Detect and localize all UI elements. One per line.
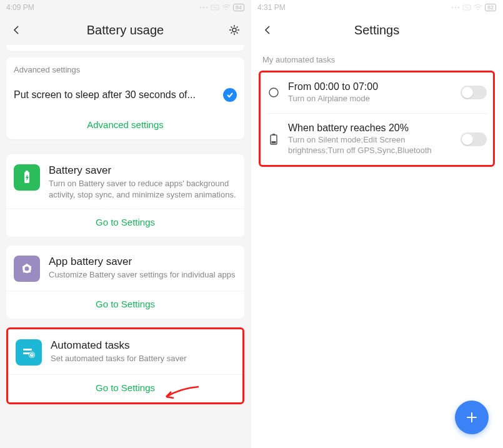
highlight-automated-tasks: Automated tasks Set automated tasks for …: [6, 327, 244, 404]
task-toggle[interactable]: [461, 86, 487, 99]
gear-icon: [228, 24, 241, 36]
svg-point-20: [452, 7, 453, 8]
svg-point-1: [203, 7, 204, 8]
card-title: App battery saver: [49, 256, 237, 268]
svg-point-15: [22, 266, 24, 267]
status-time: 4:09 PM: [6, 3, 34, 12]
svg-line-4: [212, 6, 217, 9]
battery-saver-card: Battery saver Turn on Battery saver to r…: [6, 154, 244, 237]
task-title: From 00:00 to 07:00: [288, 81, 453, 92]
sleep-setting-text: Put screen to sleep after 30 seconds of.…: [14, 89, 218, 101]
svg-point-14: [23, 271, 24, 272]
back-button[interactable]: [259, 21, 276, 39]
svg-rect-29: [272, 141, 276, 144]
svg-rect-28: [272, 134, 275, 136]
battery-icon: 84: [233, 4, 244, 11]
header: Settings: [251, 15, 502, 45]
task-row-battery[interactable]: When battery reaches 20% Turn on Silent …: [261, 114, 493, 165]
moon-icon: [267, 86, 281, 99]
sim-icon: [211, 4, 219, 11]
svg-point-2: [206, 7, 207, 8]
svg-point-26: [269, 88, 278, 97]
go-to-settings-link[interactable]: Go to Settings: [6, 209, 244, 237]
page-title: Battery usage: [87, 23, 164, 37]
svg-point-21: [455, 7, 456, 8]
svg-point-12: [30, 266, 31, 267]
svg-point-13: [29, 271, 31, 272]
wifi-icon: [222, 4, 231, 11]
status-time: 4:31 PM: [257, 3, 286, 12]
link-label: Advanced settings: [87, 119, 164, 130]
link-label: Go to Settings: [96, 299, 155, 309]
svg-point-22: [458, 7, 459, 8]
advanced-settings-card: Advanced settings Put screen to sleep af…: [6, 57, 244, 139]
status-icons: 82: [451, 4, 496, 11]
more-icon: [199, 4, 208, 11]
check-icon: [223, 88, 237, 102]
svg-point-25: [477, 9, 479, 10]
status-bar: 4:09 PM 84: [0, 0, 251, 15]
task-desc: Turn on Airplane mode: [288, 94, 453, 104]
card-edge: [6, 45, 244, 51]
section-label: Advanced settings: [6, 57, 244, 79]
svg-point-0: [200, 7, 201, 8]
go-to-settings-link[interactable]: Go to Settings: [8, 374, 242, 402]
automated-tasks-icon: [16, 339, 42, 366]
wifi-icon: [474, 4, 482, 11]
card-desc: Turn on Battery saver to reduce apps' ba…: [49, 178, 237, 200]
sim-icon: [462, 4, 471, 11]
app-battery-saver-card: App battery saver Customize Battery save…: [6, 246, 244, 319]
back-icon: [262, 24, 273, 36]
card-desc: Customize Battery saver settings for ind…: [49, 269, 237, 281]
plus-icon: [464, 410, 479, 425]
sleep-setting-row[interactable]: Put screen to sleep after 30 seconds of.…: [6, 79, 244, 111]
add-task-button[interactable]: [455, 401, 489, 434]
status-icons: 84: [199, 4, 244, 11]
task-row-time[interactable]: From 00:00 to 07:00 Turn on Airplane mod…: [261, 72, 493, 113]
go-to-settings-link[interactable]: Go to Settings: [6, 291, 244, 319]
task-toggle[interactable]: [461, 132, 487, 146]
battery-icon: 82: [485, 4, 496, 11]
battery-saver-icon: [14, 164, 40, 191]
back-icon: [11, 24, 22, 36]
page-title: Settings: [354, 23, 399, 37]
svg-point-11: [26, 264, 27, 265]
svg-rect-8: [26, 171, 28, 172]
link-label: Go to Settings: [96, 217, 155, 227]
settings-button[interactable]: [226, 21, 243, 39]
app-battery-saver-icon: [14, 256, 40, 282]
card-title: Battery saver: [49, 164, 237, 177]
svg-point-10: [25, 267, 29, 271]
more-icon: [451, 4, 460, 11]
svg-line-24: [464, 6, 469, 9]
task-title: When battery reaches 20%: [288, 122, 453, 134]
svg-point-5: [226, 9, 227, 10]
battery-level-icon: [267, 132, 281, 146]
card-desc: Set automated tasks for Battery saver: [51, 353, 235, 364]
back-button[interactable]: [7, 21, 25, 39]
card-title: Automated tasks: [51, 339, 235, 352]
header: Battery usage: [0, 15, 251, 45]
link-label: Go to Settings: [96, 382, 155, 393]
advanced-settings-link[interactable]: Advanced settings: [6, 111, 244, 139]
status-bar: 4:31 PM 82: [251, 0, 502, 15]
svg-rect-16: [23, 349, 32, 351]
svg-point-6: [232, 28, 236, 32]
highlight-task-list: From 00:00 to 07:00 Turn on Airplane mod…: [259, 71, 495, 167]
section-label: My automated tasks: [251, 45, 502, 71]
task-desc: Turn on Silent mode;Edit Screen brightne…: [288, 135, 453, 156]
